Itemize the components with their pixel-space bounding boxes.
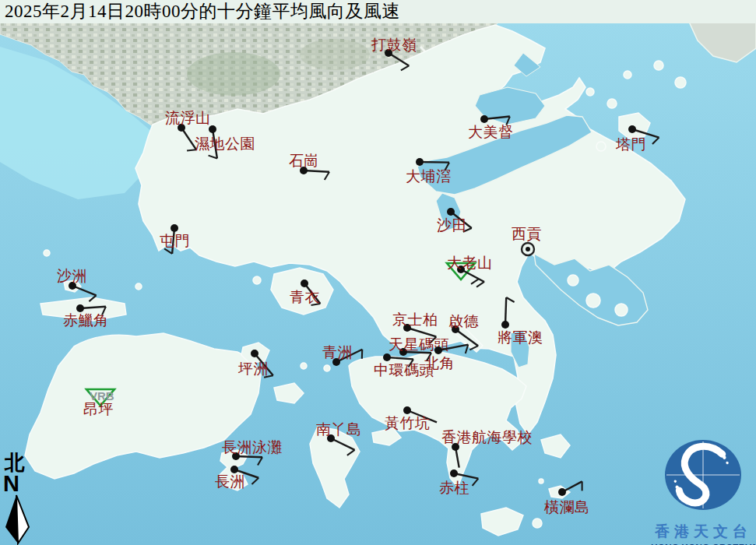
station-label: 北角: [424, 355, 455, 371]
station-dot: [480, 115, 488, 123]
station-label: 香港航海學校: [441, 429, 533, 445]
compass-label-en: N: [3, 473, 37, 494]
station-label: 南丫島: [316, 421, 362, 438]
islet: [654, 61, 663, 70]
station-label: 濕地公園: [195, 135, 255, 152]
wind-barb-shaft: [420, 162, 449, 163]
hko-logo: 香港天文台 HONG KONG OBSERVATORY: [651, 434, 756, 545]
station-dot: [209, 125, 216, 133]
station-dot: [434, 346, 442, 354]
islet: [624, 71, 631, 79]
station-label: 橫瀾島: [543, 499, 590, 515]
hko-logo-name-zh: 香港天文台: [651, 522, 756, 542]
station-label: 塔門: [615, 136, 646, 153]
wind-barb-shaft: [236, 456, 262, 457]
station-dot: [526, 247, 530, 251]
station-label: 京士柏: [392, 311, 438, 328]
station-label: 長洲: [215, 473, 245, 490]
islet: [44, 250, 50, 256]
station-dot: [76, 304, 84, 312]
station-label: 大老山: [447, 255, 493, 271]
station-label: 啟德: [448, 313, 479, 329]
station-label: 西貢: [512, 226, 542, 242]
islet: [615, 304, 628, 316]
hko-logo-icon: [651, 434, 756, 517]
islet: [586, 294, 600, 308]
station-label: 打鼓嶺: [371, 37, 417, 53]
compass-north-indicator: 北 N: [3, 453, 37, 545]
islet: [301, 363, 307, 369]
station-dot: [501, 321, 509, 329]
station-label: 流浮山: [165, 110, 211, 126]
station-label: 坪洲: [237, 360, 269, 377]
station-dot: [383, 353, 391, 361]
station-dot: [301, 280, 308, 287]
station-label: 青衣: [290, 289, 320, 305]
station-dot: [251, 350, 258, 357]
shenzhen-hills: [300, 39, 370, 70]
wind-barb-shaft: [505, 297, 506, 325]
station-label: 赤柱: [439, 480, 469, 496]
map-title: 2025年2月14日20時00分的十分鐘平均風向及風速: [0, 0, 756, 23]
islet: [586, 88, 594, 96]
station-label: 青洲: [322, 344, 353, 360]
station-label: 石崗: [289, 153, 319, 169]
station-label: 大埔滘: [406, 168, 452, 185]
station-dot: [403, 406, 411, 414]
hong-kong-map: 打鼓嶺流浮山濕地公園石崗大美督塔門大埔滘沙田西貢大老山屯門沙洲赤鱲角青衣青洲京士…: [0, 0, 756, 545]
islet: [539, 479, 543, 483]
ma-wan-island: [253, 276, 261, 284]
station-dot: [558, 488, 566, 496]
islet: [568, 275, 578, 286]
wind-map-page: 打鼓嶺流浮山濕地公園石崗大美督塔門大埔滘沙田西貢大老山屯門沙洲赤鱲角青衣青洲京士…: [0, 0, 756, 545]
station-label: 大美督: [468, 124, 514, 140]
station-label: 將軍澳: [498, 329, 543, 346]
station-dot: [628, 125, 636, 133]
islet: [596, 142, 606, 151]
shenzhen-hills: [187, 52, 280, 96]
islet: [324, 365, 330, 371]
station-dot: [447, 208, 455, 216]
station-label: 昂坪: [83, 401, 114, 417]
islet: [675, 77, 686, 88]
station-dot: [230, 466, 238, 473]
station-label: 沙田: [437, 217, 467, 234]
islet: [607, 99, 617, 108]
station-dot: [450, 469, 458, 477]
station-label: 黃竹坑: [385, 415, 431, 431]
station-label: 赤鱲角: [63, 312, 109, 329]
station-label: 長洲泳灘: [222, 439, 283, 455]
islet: [135, 283, 142, 290]
station-label: 屯門: [160, 233, 190, 249]
station-label: 沙洲: [57, 268, 87, 284]
station-dot: [171, 224, 178, 232]
north-arrow-icon: [3, 494, 33, 545]
station-dot: [416, 158, 424, 166]
islet: [533, 519, 542, 528]
